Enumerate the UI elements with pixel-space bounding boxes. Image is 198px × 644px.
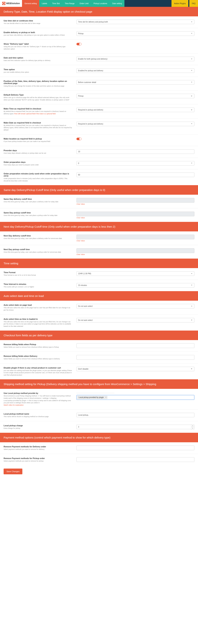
next-pick-cut-input[interactable] <box>76 248 194 253</box>
next-pick-cut-label: Next Day pickup cutoff time <box>4 248 72 250</box>
use-time-slot-label: Use time slot or continues time <box>4 20 72 22</box>
rm-pay-pick-select[interactable] <box>76 457 194 462</box>
use-local-pickup-label: Use Local pickup method provide by <box>4 392 72 394</box>
nav-time-range[interactable]: Time Range <box>62 0 77 7</box>
nav-labels[interactable]: Labels <box>39 0 50 7</box>
auto-date-label: Auto select date on page load <box>4 304 72 306</box>
section-same-day: Same day Delivery/Pickup Cutoff time (On… <box>0 185 198 195</box>
same-pick-cut-input[interactable] <box>76 212 194 216</box>
use-local-pickup-select[interactable]: Local pickup provided by plugin <box>76 395 194 400</box>
make-loc-req-label: Make location as required field in picku… <box>4 138 72 140</box>
auto-time-label: Auto select time as time is loaded in <box>4 318 72 320</box>
rm-pay-del-label: Remove Payment methods for Delivery orde… <box>4 446 72 448</box>
disable-virtual-select[interactable]: Don't disable <box>76 367 194 371</box>
logo-icon <box>2 2 6 5</box>
auto-date-select[interactable]: Do not auto select <box>76 304 194 308</box>
make-time-req-label: Make Time as required field in checkout <box>4 108 72 110</box>
show-label-toggle[interactable] <box>76 43 81 45</box>
hint-line: ─────────────────────────────────────── <box>76 392 194 394</box>
section-checkout-fields: Checkout form fields as per delivery typ… <box>0 330 198 340</box>
time-interval-label: Time Interval in minutes <box>4 283 72 285</box>
section-delivery-type: Delivery Type, Date, Time, Location Fiel… <box>0 7 198 16</box>
date-time-opt-select[interactable]: Enable for both (pickup and delivery) <box>76 57 194 61</box>
show-label-label: Show "Delivery type" label <box>4 43 72 45</box>
use-time-slot-select[interactable]: Time slot for delivery and pickup both <box>76 20 194 24</box>
disable-virtual-label: Disable plugin if there is any virtual p… <box>4 367 72 369</box>
watch-video-link[interactable]: Watch video for explanation <box>4 404 24 406</box>
same-del-cut-clear[interactable]: Clear Value <box>76 203 85 205</box>
local-name-label: Local pickup method name <box>4 413 72 415</box>
section-shipping: Shipping method setting for Pickup (Deli… <box>0 379 198 389</box>
nav-addon-plugins[interactable]: Addon Plugins <box>171 0 188 7</box>
logo: WEBSolution <box>0 0 22 7</box>
position-select[interactable]: Before customer detail <box>76 80 194 84</box>
top-nav: WEBSolution General setting Labels Time … <box>0 0 198 7</box>
next-del-cut-clear[interactable]: Clear Value <box>76 240 85 242</box>
prep-min-input[interactable] <box>76 172 194 177</box>
time-interval-select[interactable]: 15 minutes <box>76 283 194 288</box>
make-date-req-select[interactable]: Required in pickup and delivery <box>76 122 194 126</box>
enable-delivery-select[interactable]: Pickup <box>76 31 194 36</box>
nav-time-slot[interactable]: Time Slot <box>50 0 62 7</box>
same-del-cut-input[interactable] <box>76 198 194 202</box>
same-pick-cut-clear[interactable]: Clear Value <box>76 217 85 219</box>
preorder-input[interactable] <box>76 149 194 154</box>
prep-days-label: Order preparation days <box>4 161 72 163</box>
same-pick-cut-label: Same Day pickup cutoff time <box>4 212 72 214</box>
local-charge-spinner[interactable]: ▲▼ <box>191 424 194 430</box>
spinner-up-icon: ▲ <box>191 425 194 427</box>
section-time-setting: Time setting <box>0 258 198 268</box>
make-date-req-label: Make Date as required field in checkout <box>4 122 72 124</box>
enable-delivery-label: Enable delivery or pickup or both <box>4 31 72 34</box>
rm-pay-pick-label: Remove Payment methods for Pickup order <box>4 457 72 460</box>
nav-order-limit[interactable]: Order Limit <box>77 0 91 7</box>
default-type-label: Default Delivery Type <box>4 94 72 96</box>
time-opt-select[interactable]: Enabled for pickup and delivery <box>76 68 194 73</box>
rm-bill-delivery-select[interactable] <box>76 355 194 360</box>
rm-bill-delivery-label: Remove billing fields when Delivery <box>4 355 72 357</box>
prep-days-select[interactable]: 0 <box>76 161 194 166</box>
logo-text: WEBSolution <box>6 2 20 5</box>
auto-time-select[interactable]: Do not auto select <box>76 318 194 322</box>
prep-min-label: Order preparation minutes (only used whe… <box>4 172 72 177</box>
time-format-select[interactable]: 12HR (1:30 PM) <box>76 271 194 276</box>
time-format-label: Time Format <box>4 271 72 274</box>
preorder-label: Preorder days <box>4 149 72 152</box>
local-name-input[interactable] <box>76 413 194 417</box>
section-next-day: Next day Delivery/Pickup Cutoff time (On… <box>0 222 198 232</box>
section-payment: Payment method options (control which pa… <box>0 433 198 442</box>
time-opt-label: Time option <box>4 68 72 70</box>
spinner-down-icon: ▼ <box>191 427 194 429</box>
rm-bill-pickup-select[interactable] <box>76 343 194 348</box>
next-del-cut-label: Next Day delivery cutoff time <box>4 235 72 237</box>
make-loc-req-toggle[interactable] <box>76 138 81 140</box>
date-time-opt-label: Date and time option <box>4 57 72 59</box>
same-del-cut-label: Same Day delivery cutoff time <box>4 198 72 200</box>
nav-pickup-locations[interactable]: Pickup Locations <box>91 0 110 7</box>
local-charge-input[interactable] <box>76 425 191 429</box>
position-label: Position of the Date, time, delivery typ… <box>4 80 72 84</box>
next-pick-cut-clear[interactable]: Clear Value <box>76 254 85 255</box>
nav-date-setting[interactable]: Date setting <box>110 0 124 7</box>
save-button[interactable]: Save Changes <box>4 468 22 474</box>
make-time-req-select[interactable]: Required in pickup and delivery <box>76 108 194 112</box>
section-auto-select: Auto select date and time on load <box>0 291 198 301</box>
rm-bill-pickup-label: Remove billing fields when Pickup <box>4 343 72 346</box>
default-type-select[interactable]: Pickup <box>76 94 194 98</box>
next-del-cut-input[interactable] <box>76 235 194 239</box>
local-charge-label: Local pickup charge <box>4 424 72 427</box>
rm-pay-del-select[interactable] <box>76 446 194 450</box>
nav-general-setting[interactable]: General setting <box>22 0 39 7</box>
nav-faq[interactable]: FAQ <box>189 0 198 7</box>
